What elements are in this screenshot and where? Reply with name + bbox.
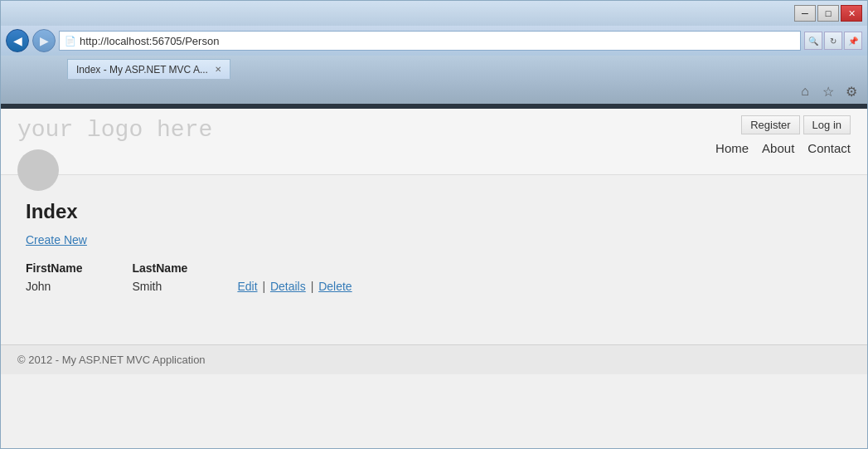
separator-2: | — [311, 280, 314, 293]
tab-close-button[interactable]: ✕ — [215, 65, 221, 74]
index-table: FirstName LastName John Smith Edit | Det… — [26, 260, 402, 295]
logo-circle — [17, 149, 59, 191]
minimize-button[interactable]: ─ — [794, 5, 816, 22]
cell-actions: Edit | Details | Delete — [237, 278, 401, 295]
site-content: your logo here Register Log in Home Abou… — [1, 109, 867, 448]
table-header-row: FirstName LastName — [26, 260, 402, 278]
forward-button[interactable]: ▶ — [32, 29, 56, 52]
table-row: John Smith Edit | Details | Delete — [26, 278, 402, 295]
home-icon[interactable]: ⌂ — [796, 82, 814, 100]
details-link[interactable]: Details — [270, 280, 306, 293]
site-footer: © 2012 - My ASP.NET MVC Application — [1, 344, 867, 374]
edit-link[interactable]: Edit — [237, 280, 257, 293]
maximize-button[interactable]: □ — [817, 5, 839, 22]
browser-window: ─ □ ✕ ◀ ▶ 📄 http://localhost:56705/Perso… — [0, 0, 868, 449]
page-title: Index — [26, 200, 842, 223]
nav-contact[interactable]: Contact — [807, 141, 851, 155]
footer-text: © 2012 - My ASP.NET MVC Application — [17, 354, 206, 366]
tabs-row: Index - My ASP.NET MVC A... ✕ — [1, 56, 867, 79]
register-button[interactable]: Register — [741, 115, 799, 134]
page-icon: 📄 — [65, 36, 76, 46]
site-logo: your logo here — [17, 117, 212, 143]
separator-1: | — [262, 280, 265, 293]
search-button[interactable]: 🔍 — [804, 32, 822, 50]
site-main: Index Create New FirstName LastName John… — [1, 175, 867, 311]
refresh-button[interactable]: ↻ — [824, 32, 842, 50]
address-actions: 🔍 ↻ 📌 — [804, 32, 862, 50]
site-header: your logo here Register Log in Home Abou… — [1, 109, 867, 175]
toolbar-row: ⌂ ☆ ⚙ — [1, 79, 867, 104]
nav-home[interactable]: Home — [715, 141, 749, 155]
address-text[interactable]: http://localhost:56705/Person — [80, 35, 795, 47]
back-button[interactable]: ◀ — [6, 29, 29, 52]
col-actions — [237, 260, 401, 278]
pin-button[interactable]: 📌 — [844, 32, 862, 50]
close-button[interactable]: ✕ — [841, 5, 862, 22]
address-bar-row: ◀ ▶ 📄 http://localhost:56705/Person 🔍 ↻ … — [1, 26, 867, 56]
nav-about[interactable]: About — [762, 141, 794, 155]
cell-firstname: John — [26, 278, 132, 295]
favorites-icon[interactable]: ☆ — [819, 82, 837, 100]
create-new-link[interactable]: Create New — [26, 233, 87, 246]
address-input-wrap: 📄 http://localhost:56705/Person — [59, 31, 801, 51]
active-tab[interactable]: Index - My ASP.NET MVC A... ✕ — [67, 59, 230, 79]
col-firstname: FirstName — [26, 260, 132, 278]
title-bar: ─ □ ✕ — [1, 1, 867, 26]
col-lastname: LastName — [132, 260, 237, 278]
tab-label: Index - My ASP.NET MVC A... — [76, 64, 208, 76]
login-button[interactable]: Log in — [803, 115, 851, 134]
delete-link[interactable]: Delete — [318, 280, 352, 293]
settings-icon[interactable]: ⚙ — [842, 82, 861, 100]
cell-lastname: Smith — [132, 278, 237, 295]
